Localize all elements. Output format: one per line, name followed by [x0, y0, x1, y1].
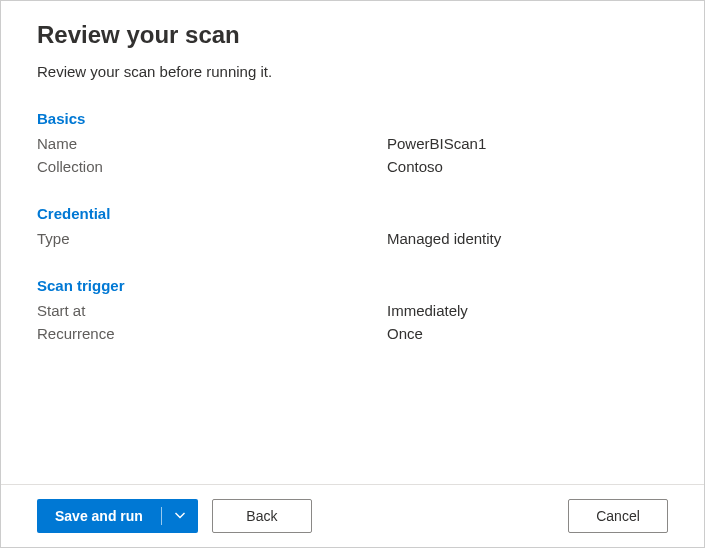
value-type: Managed identity	[387, 230, 501, 247]
back-button[interactable]: Back	[212, 499, 312, 533]
label-type: Type	[37, 230, 387, 247]
label-collection: Collection	[37, 158, 387, 175]
chevron-down-icon	[174, 510, 186, 522]
label-name: Name	[37, 135, 387, 152]
save-and-run-button[interactable]: Save and run	[37, 499, 161, 533]
section-heading-basics: Basics	[37, 110, 668, 127]
label-start-at: Start at	[37, 302, 387, 319]
section-basics: Basics Name PowerBIScan1 Collection Cont…	[37, 110, 668, 175]
section-scan-trigger: Scan trigger Start at Immediately Recurr…	[37, 277, 668, 342]
page-title: Review your scan	[37, 21, 668, 49]
section-heading-credential: Credential	[37, 205, 668, 222]
row-name: Name PowerBIScan1	[37, 135, 668, 152]
row-recurrence: Recurrence Once	[37, 325, 668, 342]
label-recurrence: Recurrence	[37, 325, 387, 342]
page-subtitle: Review your scan before running it.	[37, 63, 668, 80]
save-and-run-split-button: Save and run	[37, 499, 198, 533]
row-type: Type Managed identity	[37, 230, 668, 247]
value-recurrence: Once	[387, 325, 423, 342]
row-collection: Collection Contoso	[37, 158, 668, 175]
row-start-at: Start at Immediately	[37, 302, 668, 319]
section-heading-scan-trigger: Scan trigger	[37, 277, 668, 294]
section-credential: Credential Type Managed identity	[37, 205, 668, 247]
value-collection: Contoso	[387, 158, 443, 175]
value-start-at: Immediately	[387, 302, 468, 319]
save-and-run-chevron-button[interactable]	[162, 499, 198, 533]
value-name: PowerBIScan1	[387, 135, 486, 152]
review-scan-panel: Review your scan Review your scan before…	[1, 1, 704, 484]
footer-bar: Save and run Back Cancel	[1, 484, 704, 547]
cancel-button[interactable]: Cancel	[568, 499, 668, 533]
